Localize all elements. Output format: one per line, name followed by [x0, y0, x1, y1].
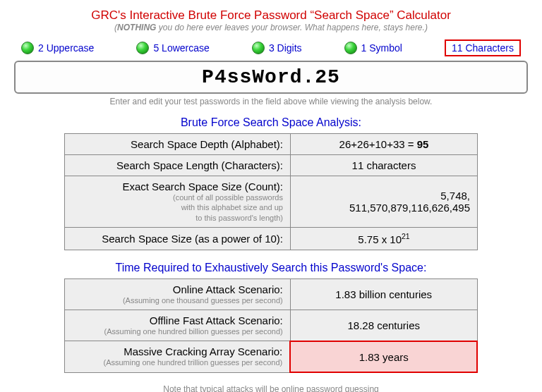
- stat-digits: 3 Digits: [252, 42, 302, 54]
- page-subtitle: (NOTHING you do here ever leaves your br…: [14, 23, 528, 32]
- page-title: GRC's Interactive Brute Force Password “…: [14, 8, 528, 23]
- time-table: Online Attack Scenario: (Assuming one th…: [64, 278, 478, 373]
- massive-label: Massive Cracking Array Scenario: (Assumi…: [64, 341, 290, 372]
- table-row: Search Space Length (Characters): 11 cha…: [65, 155, 478, 176]
- offline-label: Offline Fast Attack Scenario: (Assuming …: [64, 310, 290, 341]
- table-row: Exact Search Space Size (Count): (count …: [65, 176, 478, 228]
- length-value: 11 characters: [291, 155, 478, 176]
- status-dot-icon: [136, 42, 149, 54]
- input-hint: Enter and edit your test passwords in th…: [14, 97, 528, 106]
- table-row: Online Attack Scenario: (Assuming one th…: [64, 278, 477, 310]
- table-row: Search Space Depth (Alphabet): 26+26+10+…: [65, 134, 478, 155]
- table-row: Massive Cracking Array Scenario: (Assumi…: [64, 341, 477, 372]
- count-value: 5,748, 511,570,879,116,626,495: [291, 176, 478, 228]
- status-dot-icon: [344, 42, 357, 54]
- stat-symbol: 1 Symbol: [344, 42, 402, 54]
- password-input[interactable]: [14, 61, 528, 94]
- time-title: Time Required to Exhaustively Search thi…: [14, 262, 528, 274]
- online-label: Online Attack Scenario: (Assuming one th…: [64, 278, 290, 310]
- depth-value: 26+26+10+33 = 95: [291, 134, 478, 155]
- offline-value: 18.28 centuries: [290, 310, 477, 341]
- analysis-title: Brute Force Search Space Analysis:: [14, 116, 528, 129]
- stat-uppercase: 2 Uppercase: [21, 42, 94, 54]
- stat-characters-box: 11 Characters: [445, 39, 521, 56]
- analysis-table: Search Space Depth (Alphabet): 26+26+10+…: [64, 133, 478, 250]
- count-label: Exact Search Space Size (Count): (count …: [65, 176, 291, 228]
- length-label: Search Space Length (Characters):: [65, 155, 291, 176]
- massive-value: 1.83 years: [290, 341, 477, 372]
- status-dot-icon: [252, 42, 265, 54]
- table-row: Search Space Size (as a power of 10): 5.…: [65, 227, 478, 250]
- stat-lowercase: 5 Lowercase: [136, 42, 209, 54]
- table-row: Offline Fast Attack Scenario: (Assuming …: [64, 310, 477, 341]
- depth-label: Search Space Depth (Alphabet):: [65, 134, 291, 155]
- footnote: Note that typical attacks will be online…: [14, 384, 528, 392]
- power-label: Search Space Size (as a power of 10):: [65, 227, 291, 250]
- online-value: 1.83 billion centuries: [290, 278, 477, 310]
- character-stats-row: 2 Uppercase 5 Lowercase 3 Digits 1 Symbo…: [14, 39, 528, 56]
- status-dot-icon: [21, 42, 34, 54]
- power-value: 5.75 x 1021: [291, 227, 478, 250]
